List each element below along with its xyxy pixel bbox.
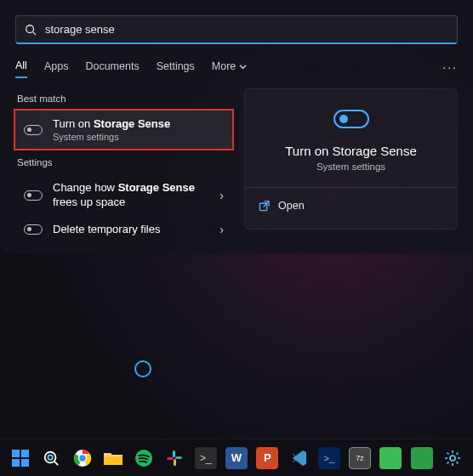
taskbar-spotify[interactable]	[132, 445, 156, 471]
svg-rect-7	[21, 459, 29, 467]
section-best-match: Best match	[17, 94, 232, 104]
svg-point-0	[26, 25, 34, 32]
taskbar-app-green2[interactable]	[409, 445, 433, 471]
result-delete-temp-files[interactable]: Delete temporary files ›	[15, 216, 232, 243]
chevron-down-icon	[239, 63, 247, 71]
svg-line-10	[54, 461, 59, 465]
search-input[interactable]	[45, 23, 448, 36]
svg-rect-4	[12, 450, 20, 457]
taskbar-slack[interactable]	[162, 445, 186, 471]
svg-rect-17	[175, 456, 182, 459]
result-best-match[interactable]: Turn on Storage Sense System settings	[15, 110, 232, 149]
search-box[interactable]	[15, 15, 458, 44]
search-icon	[25, 24, 37, 36]
filter-tabs: All Apps Documents Settings More ···	[15, 60, 458, 78]
preview-pane: Turn on Storage Sense System settings Op…	[244, 88, 458, 243]
svg-line-1	[33, 31, 37, 35]
taskbar-file-explorer[interactable]	[101, 445, 125, 471]
tab-more[interactable]: More	[212, 60, 247, 77]
toggle-icon	[24, 190, 43, 201]
svg-line-3	[264, 201, 270, 207]
taskbar-7zip[interactable]: 7z	[348, 445, 372, 471]
svg-point-20	[450, 456, 455, 461]
result-title: Change how Storage Sense frees up space	[53, 181, 209, 209]
divider	[245, 187, 457, 188]
taskbar-powerpoint[interactable]: P	[255, 445, 279, 471]
tab-all[interactable]: All	[15, 60, 27, 78]
result-change-storage-sense[interactable]: Change how Storage Sense frees up space …	[15, 174, 232, 216]
tab-more-label: More	[212, 60, 236, 72]
svg-rect-5	[21, 450, 29, 457]
svg-point-8	[45, 451, 56, 462]
overflow-button[interactable]: ···	[442, 60, 458, 77]
preview-title: Turn on Storage Sense	[259, 144, 443, 158]
taskbar-search[interactable]	[39, 445, 63, 471]
preview-toggle-icon	[333, 110, 369, 128]
taskbar-start[interactable]	[9, 445, 32, 471]
taskbar: >_ W P >_ 7z	[0, 439, 473, 476]
preview-open-label: Open	[278, 200, 305, 212]
result-title: Turn on Storage Sense	[53, 117, 224, 131]
preview-subtitle: System settings	[259, 162, 443, 172]
chevron-right-icon: ›	[219, 223, 224, 236]
taskbar-app-green1[interactable]	[379, 445, 402, 471]
preview-open-action[interactable]: Open	[259, 195, 443, 217]
section-settings: Settings	[17, 157, 232, 167]
taskbar-vscode[interactable]	[286, 445, 310, 471]
open-icon	[259, 201, 270, 212]
results-column: Best match Turn on Storage Sense System …	[15, 88, 232, 243]
taskbar-word[interactable]: W	[225, 445, 248, 471]
tab-apps[interactable]: Apps	[44, 60, 69, 77]
tab-settings[interactable]: Settings	[157, 60, 195, 77]
svg-rect-6	[12, 459, 20, 467]
svg-rect-19	[167, 457, 174, 460]
result-subtitle: System settings	[53, 132, 224, 142]
svg-rect-18	[174, 459, 176, 466]
tab-documents[interactable]: Documents	[85, 60, 139, 77]
taskbar-chrome[interactable]	[71, 445, 94, 471]
svg-rect-14	[104, 456, 123, 465]
taskbar-settings[interactable]	[441, 445, 464, 471]
result-title: Delete temporary files	[53, 223, 209, 236]
taskbar-terminal[interactable]: >_	[194, 445, 218, 471]
cortana-icon[interactable]	[134, 360, 151, 377]
chevron-right-icon: ›	[219, 189, 224, 202]
taskbar-powershell[interactable]: >_	[317, 445, 341, 471]
toggle-icon	[24, 125, 43, 135]
start-search-flyout: All Apps Documents Settings More ··· Bes…	[0, 0, 473, 253]
toggle-icon	[24, 224, 43, 235]
svg-point-9	[48, 455, 53, 459]
svg-rect-16	[173, 450, 175, 457]
